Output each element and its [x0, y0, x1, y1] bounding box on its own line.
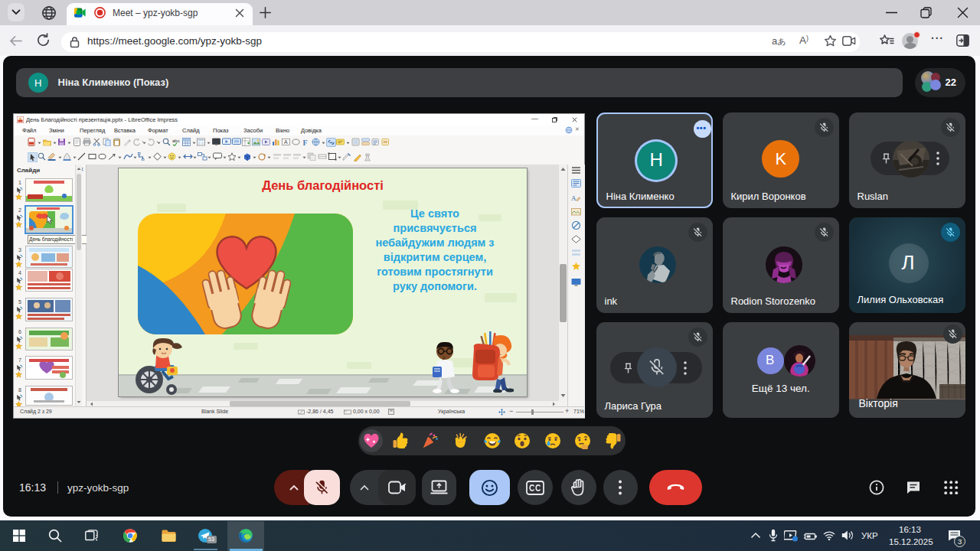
- svg-text:A: A: [284, 139, 288, 145]
- svg-text:abc: abc: [172, 139, 180, 143]
- svg-text:A: A: [571, 194, 577, 202]
- svg-text:F: F: [302, 139, 307, 147]
